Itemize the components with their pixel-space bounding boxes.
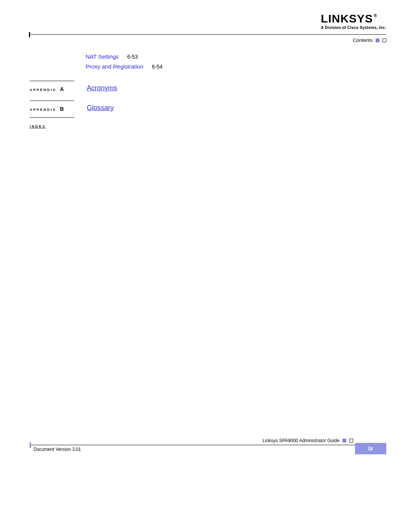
decor-square-outline <box>349 439 353 443</box>
appendix-letter: A <box>60 86 64 92</box>
brand-name: LINKSYS <box>321 12 373 25</box>
toc-link-proxy-and-registration[interactable]: Proxy and Registration <box>86 63 143 70</box>
decor-square-blue <box>342 439 346 443</box>
guide-title: Linksys SPA9000 Administrator Guide <box>263 438 339 443</box>
appendix-link-glossary[interactable]: Glossary <box>87 104 114 112</box>
toc-page-ref: 6-53 <box>127 54 138 60</box>
index-row: INDEX <box>30 122 46 129</box>
appendix-letter: B <box>60 106 64 112</box>
brand-logo: LINKSYS ® A Division of Cisco Systems, I… <box>321 12 386 30</box>
appendix-row-a: APPENDIX A Acronyms <box>30 86 386 93</box>
appendix-label: APPENDIX B <box>30 106 64 112</box>
footer-title-row: Linksys SPA9000 Administrator Guide <box>263 438 353 443</box>
decor-square-blue <box>376 38 379 42</box>
toc-page-ref: 6-54 <box>152 64 162 70</box>
section-label: Contents <box>353 37 373 43</box>
appendix-word: APPENDIX <box>30 88 56 92</box>
appendix-link-acronyms[interactable]: Acronyms <box>87 84 117 92</box>
brand-tagline: A Division of Cisco Systems, Inc. <box>321 25 386 30</box>
header-tick <box>29 32 30 37</box>
appendix-word: APPENDIX <box>30 108 56 112</box>
footer-tick <box>30 442 31 448</box>
doc-version: Document Version 3.01 <box>33 447 81 452</box>
toc-entry: NAT Settings 6-53 <box>86 53 138 60</box>
index-rule <box>30 117 74 118</box>
decor-square-outline <box>382 38 386 42</box>
brand-wordmark: LINKSYS ® <box>321 12 386 25</box>
page-number-badge: ix <box>355 443 386 454</box>
header-rule <box>29 34 386 35</box>
appendix-label: APPENDIX A <box>30 86 64 92</box>
appendix-rule <box>30 81 74 81</box>
section-label-row: Contents <box>353 37 386 43</box>
appendix-rule <box>30 101 74 101</box>
registered-mark: ® <box>374 13 378 18</box>
page: LINKSYS ® A Division of Cisco Systems, I… <box>0 0 411 532</box>
appendix-row-b: APPENDIX B Glossary <box>30 105 386 112</box>
index-link[interactable]: INDEX <box>30 125 46 128</box>
footer-rule <box>30 445 386 445</box>
toc-entry: Proxy and Registration 6-54 <box>86 63 162 70</box>
toc-link-nat-settings[interactable]: NAT Settings <box>86 53 119 60</box>
